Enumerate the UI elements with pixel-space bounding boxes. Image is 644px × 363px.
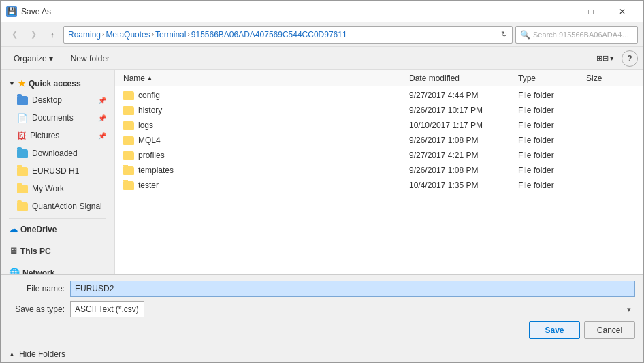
file-list-header: Name ▲ Date modified Type Size bbox=[115, 70, 643, 86]
pin-icon: 📌 bbox=[98, 97, 106, 104]
file-name-label: logs bbox=[138, 121, 153, 130]
nav-bar: ❮ ❯ ↑ Roaming › MetaQuotes › Terminal › … bbox=[1, 22, 643, 47]
sidebar-section-network: 🌐 Network bbox=[1, 265, 114, 274]
sidebar-section-quick-access: ▼ ★ Quick access Desktop 📌 📄 Documents 📌… bbox=[1, 76, 114, 215]
view-button[interactable]: ⊞⊟ ▾ bbox=[592, 50, 619, 67]
file-name-cell: tester bbox=[120, 180, 406, 190]
sidebar: ▼ ★ Quick access Desktop 📌 📄 Documents 📌… bbox=[1, 70, 115, 274]
pin-icon: 📌 bbox=[98, 114, 106, 122]
pics-icon: 🖼 bbox=[17, 131, 26, 141]
breadcrumb-item-1[interactable]: MetaQuotes bbox=[106, 30, 150, 40]
sidebar-header-network[interactable]: 🌐 Network bbox=[1, 265, 114, 274]
breadcrumb-item-2[interactable]: Terminal bbox=[155, 30, 186, 40]
sidebar-item-pictures[interactable]: 🖼 Pictures 📌 bbox=[1, 127, 114, 144]
file-name-cell: logs bbox=[120, 121, 406, 130]
filename-label: File name: bbox=[9, 284, 70, 294]
sidebar-item-downloaded[interactable]: Downloaded bbox=[1, 144, 114, 162]
sidebar-item-my-work[interactable]: My Work bbox=[1, 180, 114, 198]
help-button[interactable]: ? bbox=[622, 50, 638, 67]
new-folder-label: New folder bbox=[71, 54, 110, 63]
sidebar-item-quantaction[interactable]: QuantAction Signal bbox=[1, 198, 114, 215]
save-as-dialog: 💾 Save As ─ □ ✕ ❮ ❯ ↑ Roaming › MetaQuot… bbox=[0, 0, 644, 363]
savetype-wrapper: ASCII Text (*.csv) bbox=[70, 301, 635, 317]
col-size-label: Size bbox=[586, 74, 602, 83]
breadcrumb[interactable]: Roaming › MetaQuotes › Terminal › 915566… bbox=[64, 27, 496, 43]
table-row[interactable]: profiles 9/27/2017 4:21 PM File folder bbox=[115, 148, 643, 163]
sidebar-header-this-pc[interactable]: 🖥 This PC bbox=[1, 243, 114, 259]
sidebar-header-onedrive[interactable]: ☁ OneDrive bbox=[1, 221, 114, 237]
quick-access-chevron-icon: ▼ bbox=[9, 80, 15, 87]
sidebar-header-quick-access[interactable]: ▼ ★ Quick access bbox=[1, 76, 114, 91]
search-placeholder: Search 915566BA06ADA4075... bbox=[533, 31, 633, 39]
file-name-label: history bbox=[138, 106, 162, 115]
search-bar[interactable]: 🔍 Search 915566BA06ADA4075... bbox=[515, 26, 638, 44]
folder-icon bbox=[123, 151, 134, 160]
search-icon: 🔍 bbox=[520, 30, 530, 40]
table-row[interactable]: history 9/26/2017 10:17 PM File folder bbox=[115, 103, 643, 118]
sidebar-separator-3 bbox=[9, 262, 106, 262]
column-header-date[interactable]: Date modified bbox=[406, 70, 515, 86]
file-date-cell: 9/26/2017 10:17 PM bbox=[406, 106, 515, 115]
file-type-cell: File folder bbox=[515, 180, 583, 190]
folder-icon bbox=[17, 202, 28, 211]
table-row[interactable]: templates 9/26/2017 1:08 PM File folder bbox=[115, 163, 643, 178]
address-bar[interactable]: Roaming › MetaQuotes › Terminal › 915566… bbox=[63, 26, 513, 44]
collapse-arrow-icon: ▲ bbox=[9, 351, 15, 358]
table-row[interactable]: logs 10/10/2017 1:17 PM File folder bbox=[115, 118, 643, 133]
folder-icon bbox=[17, 167, 28, 176]
back-button[interactable]: ❮ bbox=[6, 27, 22, 43]
bottom-form: File name: Save as type: ASCII Text (*.c… bbox=[1, 274, 643, 345]
close-button[interactable]: ✕ bbox=[607, 1, 638, 22]
cancel-button[interactable]: Cancel bbox=[584, 321, 635, 339]
column-header-type[interactable]: Type bbox=[515, 70, 583, 86]
file-name-cell: templates bbox=[120, 165, 406, 175]
breadcrumb-item-3[interactable]: 915566BA06ADA407569C544CC0D97611 bbox=[191, 30, 347, 40]
sidebar-item-eurusd-h1[interactable]: EURUSD H1 bbox=[1, 162, 114, 180]
sidebar-section-this-pc: 🖥 This PC bbox=[1, 243, 114, 259]
form-buttons: Save Cancel bbox=[9, 321, 635, 339]
folder-icon bbox=[123, 91, 134, 100]
filename-input[interactable] bbox=[70, 281, 635, 297]
sidebar-item-label: QuantAction Signal bbox=[32, 202, 102, 211]
refresh-button[interactable]: ↻ bbox=[496, 27, 512, 43]
file-type-cell: File folder bbox=[515, 165, 583, 175]
file-name-cell: profiles bbox=[120, 151, 406, 160]
save-button[interactable]: Save bbox=[529, 321, 580, 339]
sidebar-separator-1 bbox=[9, 218, 106, 219]
file-name-label: profiles bbox=[138, 151, 165, 160]
column-header-size[interactable]: Size bbox=[583, 70, 638, 86]
forward-button[interactable]: ❯ bbox=[25, 27, 42, 43]
onedrive-icon: ☁ bbox=[9, 224, 18, 234]
breadcrumb-item-0[interactable]: Roaming bbox=[68, 30, 101, 40]
file-name-label: templates bbox=[138, 165, 174, 175]
savetype-label: Save as type: bbox=[9, 304, 70, 314]
title-bar: 💾 Save As ─ □ ✕ bbox=[1, 1, 643, 22]
file-type-cell: File folder bbox=[515, 136, 583, 145]
collapse-footer[interactable]: ▲ Hide Folders bbox=[1, 345, 643, 362]
download-folder-icon bbox=[17, 149, 28, 158]
sort-arrow-icon: ▲ bbox=[147, 75, 152, 81]
table-row[interactable]: tester 10/4/2017 1:35 PM File folder bbox=[115, 178, 643, 193]
new-folder-button[interactable]: New folder bbox=[63, 50, 117, 67]
file-date-cell: 10/10/2017 1:17 PM bbox=[406, 121, 515, 130]
sidebar-item-desktop[interactable]: Desktop 📌 bbox=[1, 91, 114, 109]
column-header-name[interactable]: Name ▲ bbox=[120, 70, 406, 86]
sidebar-item-documents[interactable]: 📄 Documents 📌 bbox=[1, 109, 114, 127]
folder-icon bbox=[123, 136, 134, 145]
table-row[interactable]: config 9/27/2017 4:44 PM File folder bbox=[115, 88, 643, 103]
minimize-button[interactable]: ─ bbox=[544, 1, 575, 22]
maximize-button[interactable]: □ bbox=[575, 1, 607, 22]
content-area: ▼ ★ Quick access Desktop 📌 📄 Documents 📌… bbox=[1, 70, 643, 274]
savetype-select[interactable]: ASCII Text (*.csv) bbox=[70, 301, 144, 317]
file-name-cell: MQL4 bbox=[120, 136, 406, 145]
file-date-cell: 9/27/2017 4:44 PM bbox=[406, 91, 515, 100]
filename-row: File name: bbox=[9, 281, 635, 297]
toolbar: Organize ▾ New folder ⊞⊟ ▾ ? bbox=[1, 47, 643, 70]
organize-button[interactable]: Organize ▾ bbox=[6, 50, 61, 67]
col-type-label: Type bbox=[518, 74, 536, 83]
up-button[interactable]: ↑ bbox=[44, 27, 61, 43]
sidebar-section-onedrive: ☁ OneDrive bbox=[1, 221, 114, 237]
sidebar-item-label: EURUSD H1 bbox=[32, 166, 79, 176]
table-row[interactable]: MQL4 9/26/2017 1:08 PM File folder bbox=[115, 133, 643, 148]
quick-access-label: Quick access bbox=[29, 79, 81, 89]
